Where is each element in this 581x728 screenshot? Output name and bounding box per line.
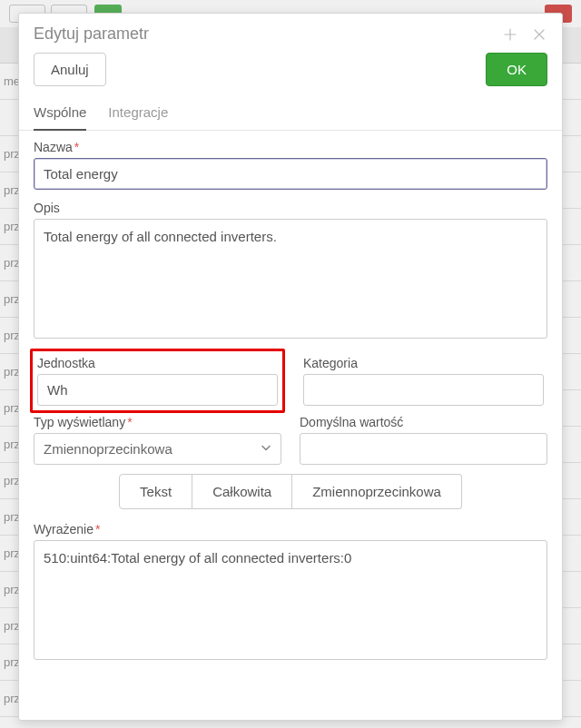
category-input[interactable]	[303, 374, 544, 406]
tab-common[interactable]: Wspólne	[34, 99, 86, 131]
field-desc: Opis Total energy of all connected inver…	[34, 201, 547, 341]
label-desc: Opis	[34, 201, 547, 215]
label-name: Nazwa*	[34, 140, 547, 154]
field-unit: Jednostka	[34, 352, 281, 409]
row-unit-category: Jednostka Kategoria	[34, 352, 547, 409]
type-segment-group: Tekst Całkowita Zmiennoprzecinkowa	[34, 474, 547, 509]
field-expression: Wyrażenie* 510:uint64:Total energy of al…	[34, 522, 547, 663]
close-icon[interactable]	[533, 28, 547, 41]
segment-int[interactable]: Całkowita	[192, 474, 292, 509]
label-default-value: Domyślna wartość	[300, 415, 547, 429]
cancel-button[interactable]: Anuluj	[34, 53, 106, 86]
add-icon[interactable]	[504, 28, 518, 41]
segment-float[interactable]: Zmiennoprzecinkowa	[292, 474, 462, 509]
expression-textarea[interactable]: 510:uint64:Total energy of all connected…	[34, 540, 547, 660]
label-category: Kategoria	[303, 356, 544, 370]
modal-button-row: Anuluj OK	[19, 53, 562, 99]
field-default-value: Domyślna wartość	[300, 415, 547, 465]
tab-integrations[interactable]: Integracje	[108, 99, 168, 130]
segment-text[interactable]: Tekst	[119, 474, 192, 509]
display-type-select[interactable]: Zmiennoprzecinkowa	[34, 433, 281, 465]
modal-header: Edytuj parametr	[19, 14, 562, 53]
desc-textarea[interactable]: Total energy of all connected inverters.	[34, 219, 547, 339]
label-expression: Wyrażenie*	[34, 522, 547, 536]
field-display-type: Typ wyświetlany* Zmiennoprzecinkowa	[34, 415, 281, 465]
ok-button[interactable]: OK	[486, 53, 547, 86]
modal-title: Edytuj parametr	[34, 25, 149, 44]
label-display-type: Typ wyświetlany*	[34, 415, 281, 429]
row-type-default: Typ wyświetlany* Zmiennoprzecinkowa Domy…	[34, 415, 547, 465]
field-category: Kategoria	[300, 352, 547, 409]
display-type-select-wrap: Zmiennoprzecinkowa	[34, 433, 281, 465]
edit-parameter-modal: Edytuj parametr Anuluj OK Wspólne Integr…	[18, 13, 563, 721]
tabs: Wspólne Integracje	[19, 99, 562, 131]
unit-input[interactable]	[37, 374, 278, 406]
form-body: Nazwa* Opis Total energy of all connecte…	[19, 131, 562, 674]
default-value-input[interactable]	[300, 433, 547, 465]
modal-header-actions	[504, 28, 547, 41]
label-unit: Jednostka	[37, 356, 278, 370]
field-name: Nazwa*	[34, 140, 547, 190]
name-input[interactable]	[34, 158, 547, 190]
